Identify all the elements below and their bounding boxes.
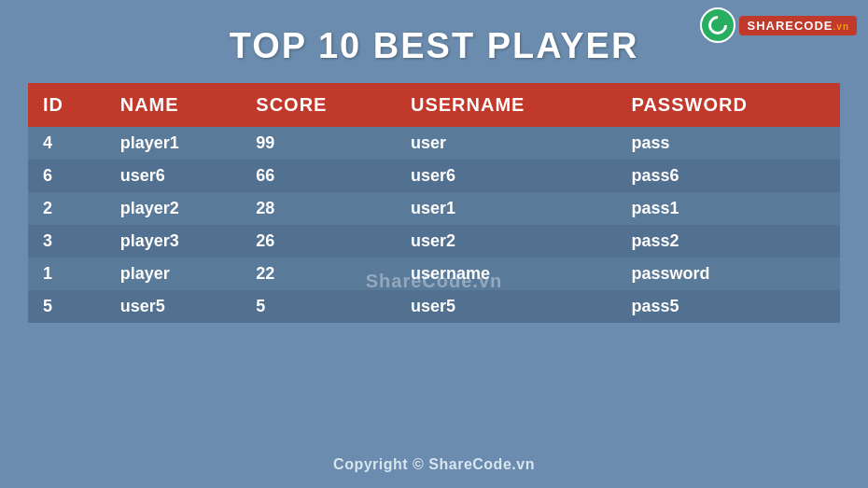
- cell-password: pass2: [617, 225, 840, 258]
- leaderboard-table: ID NAME SCORE USERNAME PASSWORD 4player1…: [28, 83, 840, 323]
- table-row: 2player228user1pass1: [28, 192, 840, 225]
- cell-id: 2: [28, 192, 105, 225]
- cell-id: 4: [28, 127, 105, 160]
- cell-name: player: [105, 258, 242, 290]
- cell-score: 26: [241, 225, 396, 258]
- table-row: 1player22usernamepassword: [28, 258, 840, 290]
- col-header-id: ID: [28, 83, 105, 127]
- cell-score: 28: [241, 192, 396, 225]
- cell-username: user: [396, 127, 617, 160]
- table-container: ID NAME SCORE USERNAME PASSWORD 4player1…: [28, 83, 840, 323]
- cell-username: user2: [396, 225, 617, 258]
- cell-id: 5: [28, 290, 105, 323]
- logo-icon: [700, 7, 735, 43]
- logo-sub: .vn: [833, 21, 849, 32]
- table-row: 6user666user6pass6: [28, 160, 840, 192]
- cell-password: pass5: [617, 290, 840, 323]
- table-row: 5user55user5pass5: [28, 290, 840, 323]
- col-header-username: USERNAME: [396, 83, 617, 127]
- cell-username: user1: [396, 192, 617, 225]
- cell-score: 5: [241, 290, 396, 323]
- table-header-row: ID NAME SCORE USERNAME PASSWORD: [28, 83, 840, 127]
- cell-name: user6: [105, 160, 242, 192]
- cell-username: user6: [396, 160, 617, 192]
- cell-name: user5: [105, 290, 242, 323]
- footer: Copyright © ShareCode.vn: [0, 456, 868, 473]
- cell-score: 99: [241, 127, 396, 160]
- cell-score: 66: [241, 160, 396, 192]
- cell-password: pass6: [617, 160, 840, 192]
- col-header-name: NAME: [105, 83, 242, 127]
- logo-text: SHARECODE.vn: [739, 16, 857, 35]
- cell-name: player3: [105, 225, 242, 258]
- table-row: 3player326user2pass2: [28, 225, 840, 258]
- cell-score: 22: [241, 258, 396, 290]
- cell-id: 6: [28, 160, 105, 192]
- logo-area: SHARECODE.vn: [700, 7, 857, 43]
- col-header-score: SCORE: [241, 83, 396, 127]
- cell-id: 1: [28, 258, 105, 290]
- cell-username: username: [396, 258, 617, 290]
- table-row: 4player199userpass: [28, 127, 840, 160]
- cell-password: pass1: [617, 192, 840, 225]
- cell-name: player1: [105, 127, 242, 160]
- logo-brand: SHARECODE: [747, 19, 833, 33]
- col-header-password: PASSWORD: [617, 83, 840, 127]
- cell-username: user5: [396, 290, 617, 323]
- cell-id: 3: [28, 225, 105, 258]
- cell-password: pass: [617, 127, 840, 160]
- cell-name: player2: [105, 192, 242, 225]
- cell-password: password: [617, 258, 840, 290]
